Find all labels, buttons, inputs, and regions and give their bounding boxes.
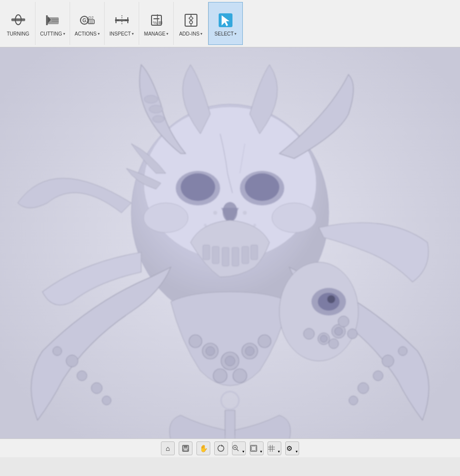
viewport[interactable]: ⌂ ✋ — [0, 47, 460, 457]
svg-rect-11 — [88, 20, 94, 24]
cutting-dropdown-arrow: ▾ — [63, 32, 65, 36]
svg-point-79 — [338, 316, 349, 327]
svg-point-39 — [245, 173, 279, 201]
actions-label: ACTIONS ▾ — [75, 31, 99, 37]
svg-point-68 — [233, 369, 247, 383]
cutting-icon — [43, 10, 63, 30]
svg-point-50 — [77, 371, 87, 381]
svg-point-88 — [253, 224, 256, 227]
svg-point-57 — [349, 396, 358, 405]
svg-point-87 — [204, 224, 207, 227]
svg-point-59 — [144, 95, 158, 103]
svg-marker-26 — [189, 16, 193, 20]
svg-point-83 — [320, 335, 327, 342]
svg-point-71 — [245, 347, 254, 356]
select-dropdown-arrow: ▾ — [234, 32, 236, 36]
svg-point-48 — [272, 203, 316, 233]
svg-rect-41 — [203, 245, 210, 260]
addins-icon — [181, 10, 201, 30]
svg-point-81 — [329, 339, 339, 349]
inspect-icon — [112, 10, 132, 30]
svg-rect-6 — [52, 19, 59, 20]
addins-dropdown-arrow: ▾ — [200, 32, 202, 36]
statusbar: ⌂ ✋ — [0, 438, 460, 457]
svg-point-86 — [243, 211, 247, 215]
turning-icon — [8, 10, 28, 30]
svg-point-75 — [327, 295, 335, 303]
svg-point-70 — [206, 347, 215, 356]
svg-point-67 — [213, 369, 227, 383]
svg-rect-7 — [52, 21, 59, 22]
manage-icon: % — [147, 10, 166, 30]
manage-label: MANAGE ▾ — [144, 31, 168, 37]
settings-button[interactable]: ⚙ — [285, 441, 299, 455]
svg-rect-24 — [158, 21, 162, 24]
display-mode-button[interactable] — [250, 441, 264, 455]
svg-point-82 — [335, 327, 343, 335]
manage-dropdown-arrow: ▾ — [166, 32, 168, 36]
toolbar-group-addins[interactable]: ADD-INS ▾ — [174, 2, 208, 45]
svg-point-58 — [398, 347, 407, 356]
select-label: SELECT ▾ — [215, 31, 237, 37]
svg-point-51 — [91, 383, 102, 394]
toolbar-group-inspect[interactable]: INSPECT ▾ — [105, 2, 139, 45]
svg-rect-44 — [232, 247, 239, 266]
toolbar-group-manage[interactable]: % MANAGE ▾ — [139, 2, 174, 45]
svg-point-61 — [153, 116, 164, 122]
pan-button[interactable]: ✋ — [196, 441, 210, 455]
svg-point-78 — [304, 328, 314, 339]
svg-point-80 — [347, 329, 357, 339]
svg-point-40 — [223, 202, 237, 222]
svg-point-53 — [53, 347, 62, 356]
toolbar-group-cutting[interactable]: CUTTING ▾ — [36, 2, 70, 45]
svg-point-52 — [102, 396, 111, 405]
inspect-label: INSPECT ▾ — [110, 31, 134, 37]
home-view-button[interactable]: ⌂ — [161, 441, 175, 455]
svg-point-55 — [373, 371, 383, 381]
svg-point-85 — [213, 211, 217, 215]
svg-point-49 — [66, 355, 78, 367]
svg-text:%: % — [153, 20, 157, 25]
svg-rect-45 — [242, 246, 249, 264]
actions-dropdown-arrow: ▾ — [98, 32, 100, 36]
svg-point-27 — [190, 21, 192, 24]
svg-point-69 — [225, 356, 235, 366]
svg-rect-91 — [184, 449, 188, 451]
svg-line-94 — [236, 448, 238, 450]
toolbar: TURNING CUTTING ▾ G1 G2 — [0, 0, 460, 47]
svg-point-47 — [144, 203, 188, 233]
3d-model-view — [0, 47, 460, 457]
svg-rect-21 — [153, 18, 159, 19]
save-view-button[interactable] — [179, 441, 192, 455]
svg-point-60 — [149, 105, 163, 113]
svg-point-56 — [358, 383, 369, 394]
svg-point-38 — [181, 173, 215, 201]
zoom-button[interactable] — [232, 441, 246, 455]
svg-rect-43 — [222, 247, 229, 266]
turning-label: TURNING — [7, 31, 30, 37]
inspect-dropdown-arrow: ▾ — [132, 32, 134, 36]
svg-rect-42 — [212, 246, 219, 264]
toolbar-group-actions[interactable]: G1 G2 ACTIONS ▾ — [70, 2, 105, 45]
actions-icon: G1 G2 — [77, 10, 97, 30]
orbit-button[interactable] — [214, 441, 228, 455]
svg-point-66 — [258, 335, 271, 348]
svg-marker-92 — [221, 444, 223, 446]
addins-label: ADD-INS ▾ — [179, 31, 202, 37]
svg-text:G2: G2 — [88, 15, 94, 20]
svg-point-54 — [382, 355, 394, 367]
svg-rect-46 — [251, 245, 258, 260]
grid-button[interactable] — [268, 441, 281, 455]
toolbar-group-turning[interactable]: TURNING — [1, 2, 36, 45]
svg-rect-90 — [184, 445, 188, 448]
select-icon — [216, 10, 235, 30]
cutting-label: CUTTING ▾ — [40, 31, 65, 37]
toolbar-group-select[interactable]: SELECT ▾ — [208, 2, 243, 45]
svg-point-65 — [189, 335, 202, 348]
svg-rect-98 — [252, 446, 256, 450]
